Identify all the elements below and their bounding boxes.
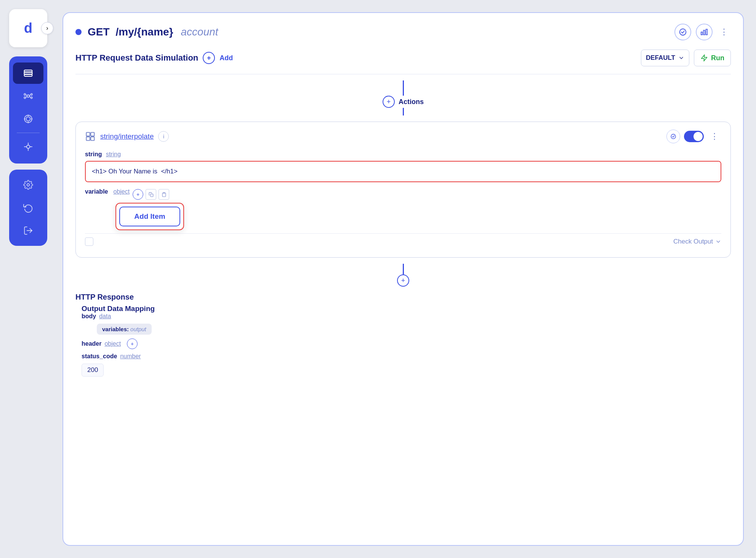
svg-point-25 bbox=[680, 29, 686, 35]
card-check-icon bbox=[670, 133, 676, 140]
simulation-add-label[interactable]: Add bbox=[219, 54, 233, 62]
svg-point-18 bbox=[27, 145, 30, 149]
body-value[interactable]: data bbox=[99, 313, 111, 320]
card-more-btn[interactable]: ⋮ bbox=[708, 130, 721, 143]
more-icon-btn[interactable]: ⋮ bbox=[717, 25, 731, 39]
simulation-title: HTTP Request Data Simulation bbox=[75, 53, 198, 63]
sidebar-item-logout[interactable] bbox=[13, 220, 43, 241]
database-icon bbox=[23, 68, 34, 79]
sidebar-item-settings[interactable] bbox=[13, 174, 43, 196]
svg-point-3 bbox=[27, 95, 30, 98]
string-field-row: string string bbox=[85, 151, 721, 182]
check-icon-btn[interactable] bbox=[674, 24, 691, 40]
main-content: GET /my/{name} account bbox=[56, 0, 756, 558]
action-card: string/interpolate i ⋮ bbox=[75, 122, 731, 258]
nav-divider bbox=[17, 133, 40, 133]
sidebar-item-target[interactable] bbox=[13, 108, 43, 130]
check-output-label[interactable]: Check Output bbox=[673, 238, 721, 245]
svg-rect-27 bbox=[703, 30, 705, 35]
chevron-down-icon bbox=[678, 55, 684, 61]
status-dot bbox=[75, 29, 82, 35]
actions-add-btn[interactable]: + bbox=[383, 96, 395, 108]
settings-icon bbox=[23, 180, 33, 190]
add-item-area: Add Item bbox=[85, 204, 721, 230]
run-button[interactable]: Run bbox=[694, 50, 731, 66]
svg-rect-26 bbox=[701, 32, 703, 35]
status-label: status_code bbox=[82, 353, 117, 360]
variable-field-label: variable bbox=[85, 188, 108, 195]
panel-path: /my/{name} bbox=[116, 26, 173, 38]
status-row: status_code number bbox=[78, 353, 731, 360]
svg-point-6 bbox=[24, 97, 26, 98]
vertical-line-mid bbox=[403, 264, 404, 274]
body-row: body data bbox=[78, 313, 731, 320]
svg-rect-2 bbox=[24, 75, 32, 77]
variables-badge: variables: output bbox=[97, 324, 152, 335]
variable-add-btn[interactable]: + bbox=[133, 189, 143, 200]
response-body: Output Data Mapping body data variables:… bbox=[75, 305, 731, 377]
sidebar-item-network[interactable] bbox=[13, 85, 43, 107]
default-select[interactable]: DEFAULT bbox=[641, 50, 689, 66]
sidebar-item-database[interactable] bbox=[13, 63, 43, 84]
response-title: HTTP Response bbox=[75, 293, 134, 301]
string-input[interactable] bbox=[86, 162, 721, 181]
expand-button[interactable]: › bbox=[41, 22, 53, 34]
run-icon bbox=[700, 54, 708, 62]
status-value[interactable]: number bbox=[120, 353, 141, 360]
check-output-checkbox[interactable] bbox=[85, 237, 93, 246]
header-icons: ⋮ bbox=[674, 24, 731, 40]
variable-field-type[interactable]: object bbox=[113, 188, 130, 195]
logout-icon bbox=[23, 226, 33, 236]
actions-row: + Actions bbox=[383, 96, 424, 108]
svg-point-12 bbox=[24, 115, 32, 123]
action-card-title[interactable]: string/interpolate bbox=[100, 132, 154, 141]
simulation-bar: HTTP Request Data Simulation + Add DEFAU… bbox=[75, 50, 731, 74]
panel-method: GET bbox=[88, 26, 110, 38]
filter-icon bbox=[23, 142, 33, 152]
svg-point-33 bbox=[671, 134, 676, 139]
check-circle-icon bbox=[679, 28, 687, 36]
copy-icon bbox=[149, 192, 154, 197]
header-add-btn[interactable]: + bbox=[127, 338, 138, 349]
header-row: header object + bbox=[78, 338, 731, 349]
chevron-down-small-icon bbox=[715, 239, 721, 245]
svg-rect-29 bbox=[86, 133, 90, 136]
add-item-popup: Add Item bbox=[115, 203, 184, 230]
vertical-line-bottom bbox=[403, 108, 404, 115]
status-code-row: 200 bbox=[78, 364, 731, 377]
default-label: DEFAULT bbox=[646, 54, 675, 62]
status-code-field: 200 bbox=[82, 364, 104, 377]
svg-point-23 bbox=[27, 184, 30, 186]
svg-rect-0 bbox=[24, 70, 32, 72]
variable-paste-btn[interactable] bbox=[159, 189, 169, 200]
variable-copy-btn[interactable] bbox=[146, 189, 156, 200]
add-item-button[interactable]: Add Item bbox=[119, 207, 180, 226]
variables-label: variables: bbox=[102, 326, 129, 332]
string-input-wrapper bbox=[85, 161, 721, 182]
card-check-btn[interactable] bbox=[666, 130, 680, 143]
interpolate-icon bbox=[85, 131, 96, 142]
simulation-add-btn[interactable]: + bbox=[203, 52, 215, 64]
header-label: header bbox=[82, 340, 101, 347]
sidebar-item-filter[interactable] bbox=[13, 136, 43, 157]
string-field-type[interactable]: string bbox=[106, 151, 121, 157]
header-value[interactable]: object bbox=[104, 340, 121, 347]
bottom-add-btn[interactable]: + bbox=[397, 274, 409, 287]
svg-rect-1 bbox=[24, 72, 32, 74]
info-icon-btn[interactable]: i bbox=[158, 131, 169, 142]
variable-field-row: variable object + bbox=[85, 188, 721, 200]
svg-rect-28 bbox=[706, 29, 708, 35]
svg-rect-34 bbox=[151, 194, 153, 196]
sidebar-item-history[interactable] bbox=[13, 197, 43, 218]
main-panel: GET /my/{name} account bbox=[62, 12, 744, 546]
history-icon bbox=[23, 203, 33, 213]
actions-area: + Actions bbox=[75, 74, 731, 119]
action-card-header: string/interpolate i ⋮ bbox=[85, 130, 721, 143]
chart-icon-btn[interactable] bbox=[696, 24, 713, 40]
paste-icon bbox=[162, 192, 167, 197]
chevron-right-icon: › bbox=[46, 25, 48, 32]
body-label: body bbox=[82, 313, 96, 320]
toggle-button[interactable] bbox=[684, 131, 704, 142]
string-field-label: string bbox=[85, 151, 102, 157]
panel-header: GET /my/{name} account bbox=[75, 24, 731, 40]
